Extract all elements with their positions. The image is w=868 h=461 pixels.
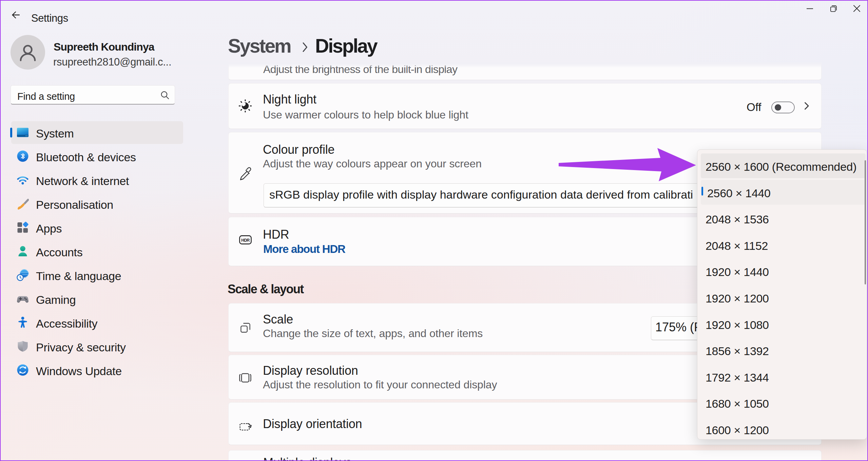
svg-text:HDR: HDR bbox=[241, 238, 250, 243]
